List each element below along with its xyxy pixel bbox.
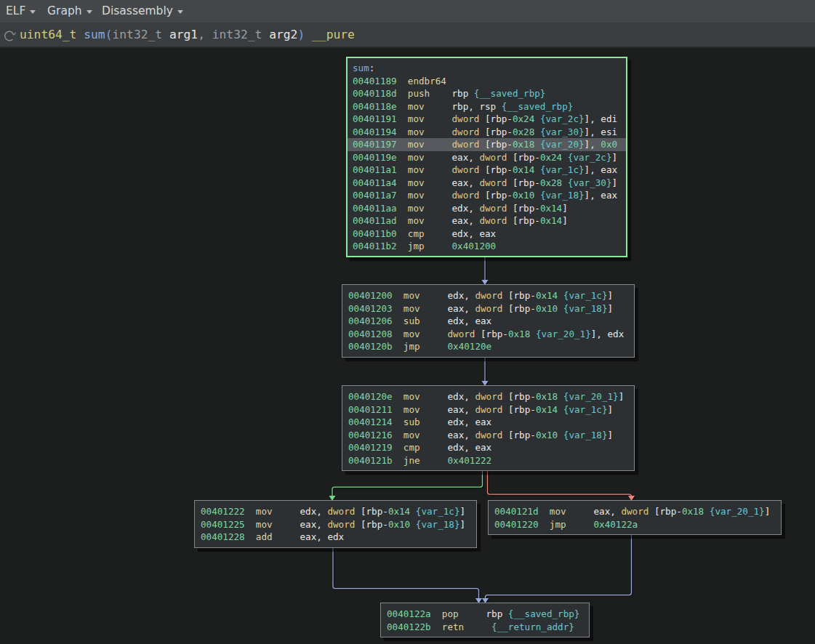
asm-token-reg: rbp — [514, 430, 531, 440]
reanalyze-icon[interactable] — [4, 29, 16, 41]
asm-token-num: 0x10 — [513, 190, 534, 201]
asm-line-selected[interactable]: 00401197 mov dword [rbp-0x18 {var_20}], … — [348, 138, 626, 151]
asm-token-addr: 004011a1 — [353, 164, 397, 175]
asm-token-txt — [539, 506, 550, 517]
asm-token-txt: [ — [502, 404, 513, 415]
asm-token-txt: ] — [607, 303, 613, 314]
asm-line[interactable]: 004011ad mov eax, dword [rbp-0x14] — [353, 214, 621, 228]
asm-token-addr: 004011ad — [353, 215, 397, 226]
asm-token-var: {__saved_rbp} — [474, 88, 546, 99]
asm-line[interactable]: 00401211 mov eax, dword [rbp-0x14 {var_1… — [348, 403, 628, 416]
signature-token: int32_t — [112, 28, 162, 41]
asm-line[interactable]: 00401214 sub edx, eax — [348, 416, 628, 429]
asm-line[interactable]: 00401208 mov dword [rbp-0x18 {var_20_1}]… — [348, 328, 628, 341]
asm-line[interactable]: 00401222 mov edx, dword [rbp-0x14 {var_1… — [201, 505, 470, 518]
asm-token-mn: cmp — [408, 228, 452, 239]
signature-token: ) — [297, 28, 305, 41]
asm-line[interactable]: 00401194 mov dword [rbp-0x28 {var_30}], … — [353, 126, 621, 139]
asm-line[interactable]: 00401228 add eax, edx — [201, 531, 470, 544]
menu-disassembly[interactable]: Disassembly — [102, 0, 183, 23]
asm-token-txt — [245, 531, 256, 542]
asm-token-num: 0x14 — [388, 506, 410, 517]
asm-token-mn: mov — [408, 101, 452, 112]
asm-token-num: 0x24 — [513, 113, 534, 124]
asm-token-mn: cmp — [404, 442, 448, 453]
asm-line[interactable]: 0040121b jne 0x401222 — [348, 454, 628, 467]
asm-token-reg: eax — [452, 177, 469, 188]
asm-token-mn: jmp — [550, 519, 594, 530]
menu-elf[interactable]: ELF — [6, 0, 36, 23]
edge-unconditional — [482, 533, 633, 605]
asm-token-txt: , — [316, 506, 327, 517]
asm-token-txt: , — [468, 215, 479, 226]
asm-token-mn: mov — [404, 303, 448, 314]
signature-token — [305, 28, 312, 41]
asm-token-num: 0x14 — [540, 215, 562, 226]
asm-token-mn: sub — [404, 416, 448, 427]
asm-line[interactable]: sum: — [353, 62, 621, 75]
asm-line[interactable]: 00401219 cmp edx, eax — [348, 441, 628, 454]
graph-view[interactable]: sum:00401189 endbr640040118d push rbp {_… — [0, 49, 815, 644]
asm-line[interactable]: 004011a1 mov dword [rbp-0x14 {var_1c}], … — [353, 164, 621, 177]
menu-graph[interactable]: Graph — [47, 0, 92, 23]
asm-token-addr: 00401220 — [494, 519, 539, 530]
asm-token-reg: rbp — [452, 101, 469, 112]
asm-line[interactable]: 00401220 jmp 0x40122a — [494, 518, 775, 531]
asm-token-txt — [530, 329, 536, 339]
asm-token-reg: eax — [452, 215, 469, 226]
basic-block-sum[interactable]: sum:00401189 endbr640040118d push rbp {_… — [346, 57, 627, 257]
basic-block-block_40120e[interactable]: 0040120e mov edx, dword [rbp-0x18 {var_2… — [342, 385, 635, 471]
asm-line[interactable]: 00401189 endbr64 — [353, 75, 621, 88]
basic-block-block_401200[interactable]: 00401200 mov edx, dword [rbp-0x14 {var_1… — [342, 284, 635, 358]
asm-token-txt — [393, 341, 404, 352]
asm-line[interactable]: 0040120b jmp 0x40120e — [348, 340, 628, 353]
asm-token-txt: , — [610, 506, 621, 517]
asm-token-reg: edx — [448, 290, 465, 301]
asm-token-num: 0x40120e — [448, 341, 492, 352]
asm-line[interactable]: 00401206 sub edx, eax — [348, 315, 628, 328]
asm-token-kw: dword — [621, 506, 649, 517]
asm-line[interactable]: 0040122a pop rbp {__saved_rbp} — [387, 608, 583, 621]
asm-line[interactable]: 004011a4 mov eax, dword [rbp-0x28 {var_3… — [353, 177, 621, 190]
basic-block-block_40122a[interactable]: 0040122a pop rbp {__saved_rbp}0040122b r… — [380, 603, 590, 637]
asm-line[interactable]: 00401216 mov eax, dword [rbp-0x10 {var_1… — [348, 429, 628, 442]
asm-token-reg: eax — [448, 404, 465, 415]
asm-line[interactable]: 00401225 mov eax, dword [rbp-0x10 {var_1… — [201, 518, 470, 531]
basic-block-block_40121d[interactable]: 0040121d mov eax, dword [rbp-0x18 {var_2… — [488, 500, 782, 535]
asm-token-reg: edx — [448, 315, 465, 326]
asm-token-txt: [ — [507, 152, 518, 163]
asm-line[interactable]: 004011aa mov edx, dword [rbp-0x14] — [353, 202, 621, 215]
asm-token-num: 0x28 — [513, 126, 534, 137]
asm-token-mn: mov — [404, 329, 448, 339]
asm-line[interactable]: 00401203 mov eax, dword [rbp-0x10 {var_1… — [348, 302, 628, 315]
asm-token-txt: [ — [502, 391, 513, 402]
asm-token-reg: edx — [327, 531, 344, 542]
asm-token-txt: - — [507, 113, 513, 124]
asm-token-kw: dword — [327, 519, 355, 530]
asm-token-txt: [ — [502, 303, 513, 314]
asm-line[interactable]: 0040121d mov eax, dword [rbp-0x18 {var_2… — [494, 505, 775, 518]
asm-token-reg: edx — [452, 203, 469, 214]
asm-token-addr: 00401200 — [348, 290, 393, 301]
asm-token-txt: ] — [765, 506, 771, 517]
asm-line[interactable]: 0040120e mov edx, dword [rbp-0x18 {var_2… — [348, 390, 628, 403]
basic-block-block_401222[interactable]: 00401222 mov edx, dword [rbp-0x14 {var_1… — [194, 500, 477, 548]
asm-token-reg: eax — [594, 506, 611, 517]
asm-line[interactable]: 004011b0 cmp edx, eax — [353, 228, 621, 241]
asm-token-var: {var_20_1} — [710, 506, 765, 517]
asm-line[interactable]: 0040118e mov rbp, rsp {__saved_rbp} — [353, 100, 621, 113]
asm-line[interactable]: 00401191 mov dword [rbp-0x24 {var_2c}], … — [353, 113, 621, 126]
asm-line[interactable]: 0040119e mov eax, dword [rbp-0x24 {var_2… — [353, 151, 621, 164]
asm-token-mn: mov — [256, 519, 300, 530]
asm-token-addr: 004011a4 — [353, 177, 397, 188]
asm-token-kw: dword — [479, 177, 507, 188]
asm-line[interactable]: 00401200 mov edx, dword [rbp-0x14 {var_1… — [348, 289, 628, 302]
asm-token-var: {var_18} — [563, 430, 608, 440]
asm-line[interactable]: 0040118d push rbp {__saved_rbp} — [353, 87, 621, 100]
asm-line[interactable]: 004011b2 jmp 0x401200 — [353, 240, 621, 253]
asm-token-kw: dword — [479, 152, 507, 163]
asm-token-txt — [245, 519, 256, 530]
function-signature[interactable]: uint64_t sum(int32_t arg1, int32_t arg2)… — [20, 23, 355, 47]
asm-line[interactable]: 004011a7 mov dword [rbp-0x10 {var_18}], … — [353, 189, 621, 202]
asm-line[interactable]: 0040122b retn {__return_addr} — [387, 621, 583, 634]
